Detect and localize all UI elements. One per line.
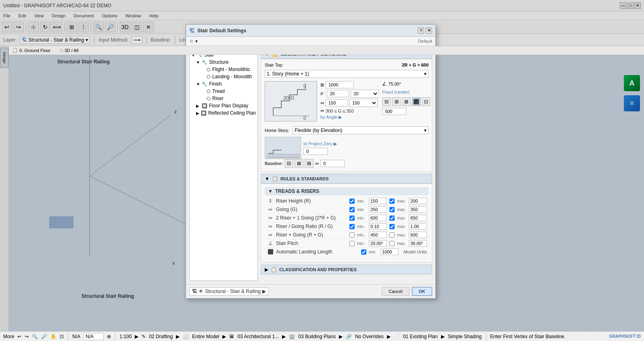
tree-toggle-floor-plan[interactable]: ▶ — [196, 104, 202, 108]
stair-pitch-min-check[interactable] — [349, 241, 355, 246]
2r1g-min-input[interactable] — [369, 215, 387, 221]
model-arrow[interactable]: ▶ — [222, 334, 226, 339]
going-select[interactable]: 150 — [349, 99, 378, 107]
rg-ratio-min-check[interactable] — [349, 224, 355, 229]
dialog-close-button[interactable]: ✕ — [426, 27, 432, 34]
riser-height-max-check[interactable] — [389, 199, 395, 204]
stair-pitch-max-input[interactable] — [409, 240, 427, 247]
r-plus-g-max-input[interactable] — [409, 232, 427, 238]
2r1g-min-check[interactable] — [349, 215, 355, 221]
rules-header[interactable]: ▼ 📋 RULES & STANDARDS — [261, 174, 432, 184]
eye-icon: 👁 — [199, 289, 203, 294]
extra-btn-3[interactable]: ⊠ — [402, 97, 411, 106]
extra-btn-2[interactable]: ⊞ — [392, 97, 401, 106]
home-story-dropdown[interactable]: Flexible (by Elevation) ▾ — [293, 126, 429, 134]
going-min-check[interactable] — [349, 207, 355, 212]
track-icon[interactable]: ⊕ — [107, 334, 111, 339]
auto-landing-min-check[interactable] — [361, 249, 366, 255]
scale-value: 1:100 — [119, 334, 132, 339]
2r1g-max-check[interactable] — [389, 215, 395, 221]
pan-icon[interactable]: ✋ — [50, 334, 56, 339]
drafting-arrow[interactable]: ▶ — [176, 334, 180, 339]
tree-toggle-finish[interactable]: ▼ — [196, 82, 202, 86]
redo-icon[interactable]: ↪ — [25, 334, 29, 339]
tree-item-structure[interactable]: ▼ 🔧 Structure — [190, 59, 257, 66]
dialog-footer-left: 🏗 👁 Structural - Stair & Railing ▶ — [189, 287, 269, 295]
scale-arrow[interactable]: ▶ — [135, 334, 138, 339]
favorite-btn[interactable]: ☆ ▾ — [189, 38, 198, 44]
tree-item-tread[interactable]: ⬡ Tread — [190, 88, 257, 95]
tree-item-landing-mono[interactable]: ⬡ Landing - Monolith — [190, 73, 257, 80]
baseline-btn-3[interactable]: ⊞ — [305, 159, 314, 168]
baseline-btn-2[interactable]: ⊠ — [295, 159, 303, 168]
riser-height-min-check[interactable] — [349, 199, 355, 204]
home-story-value: Flexible (by Elevation) — [295, 128, 342, 133]
riser-height-max-input[interactable] — [409, 198, 427, 204]
rg-ratio-max-input[interactable] — [409, 223, 427, 230]
tree-item-floor-plan[interactable]: ▶ 🔲 Floor Plan Display — [190, 102, 257, 109]
structural-tag[interactable]: 🏗 👁 Structural - Stair & Railing ▶ — [189, 287, 269, 295]
default-label: Default — [418, 39, 432, 44]
plan-value: 01 Existing Plan — [403, 334, 438, 339]
fixed-center-link[interactable]: Fixed (center) — [382, 90, 410, 94]
r-plus-g-icon: ⇔ — [266, 232, 274, 238]
r-plus-g-min-check[interactable] — [349, 232, 355, 238]
stair-pitch-min-input[interactable] — [369, 240, 387, 247]
undo-icon[interactable]: ↩ — [17, 334, 21, 339]
going-max-input[interactable] — [409, 206, 427, 213]
risers-field[interactable]: 20 — [327, 90, 349, 97]
rg-ratio-min-input[interactable] — [369, 223, 387, 230]
building-arrow[interactable]: ▶ — [339, 334, 343, 339]
width-field[interactable]: 1000 — [326, 81, 354, 88]
tree-item-reflected[interactable]: ▶ 🔲 Reflected Ceiling Plan — [190, 109, 257, 117]
extra-field[interactable]: 500 — [382, 108, 406, 115]
auto-landing-min-input[interactable] — [381, 249, 399, 255]
going-field[interactable]: 150 — [326, 99, 348, 107]
going-min-input[interactable] — [369, 206, 387, 213]
plan-arrow1[interactable]: ▶ — [387, 334, 391, 339]
stair-svg: 0 3000 0 — [265, 82, 318, 122]
extra-btn-4[interactable]: ⬛ — [412, 97, 421, 106]
cancel-button[interactable]: Cancel — [382, 287, 409, 296]
extra-btn-1[interactable]: ⊟ — [382, 97, 391, 106]
dialog-title: Stair Default Settings — [197, 28, 415, 33]
floor-breadcrumb[interactable]: 📋 0. Ground Floor — [12, 48, 50, 53]
risers-select[interactable]: 20 — [351, 90, 379, 98]
view-breadcrumb[interactable]: □ 3D / All — [60, 48, 79, 53]
2r1g-max-input[interactable] — [409, 215, 427, 221]
tree-toggle-structure[interactable]: ▼ — [196, 60, 202, 65]
riser-height-min-input[interactable] — [369, 198, 387, 204]
plan-arrow2[interactable]: ▶ — [441, 334, 445, 339]
baseline-btn-1[interactable]: ⊟ — [284, 159, 293, 168]
by-angle-link[interactable]: by Angle ▶ — [320, 115, 342, 120]
fit-icon[interactable]: ⊡ — [60, 334, 64, 339]
rules-row-rg-ratio: ⇔ Riser / Going Ratio (R / G) min. max. — [265, 222, 429, 231]
tree-item-flight-mono[interactable]: ⬡ Flight - Monolithic — [190, 66, 257, 73]
treads-risers-header[interactable]: ▼ TREADS & RISERS — [265, 187, 429, 195]
ok-button[interactable]: OK — [412, 287, 433, 296]
landing-icon: ⬡ — [207, 74, 211, 79]
arch-arrow[interactable]: ▶ — [282, 334, 286, 339]
more-button[interactable]: More — [3, 334, 14, 339]
tree-item-finish[interactable]: ▼ 🔧 Finish — [190, 80, 257, 88]
tree-toggle-reflected[interactable]: ▶ — [196, 111, 201, 115]
stair-top-dropdown[interactable]: 1. Story (Home + 1) ▾ — [265, 70, 429, 78]
zoom-out-status[interactable]: 🔎 — [41, 334, 47, 339]
coord-input[interactable]: N/A — [84, 333, 104, 340]
r-plus-g-min-input[interactable] — [369, 232, 387, 238]
rg-ratio-max-check[interactable] — [389, 224, 395, 229]
to-project-zero-link[interactable]: to Project Zero ▶ — [303, 141, 337, 146]
baseline-field[interactable]: 0 — [320, 160, 345, 167]
extra-btn-5[interactable]: ⊡ — [422, 97, 431, 106]
zoom-in-status[interactable]: 🔍 — [32, 334, 38, 339]
arch-value: 03 Architectural 1... — [237, 334, 279, 339]
angle-row: ∠ 75.00° — [382, 81, 431, 87]
going-max-check[interactable] — [389, 207, 395, 212]
classification-header[interactable]: ▶ 📋 CLASSIFICATION AND PROPERTIES — [261, 265, 432, 274]
r-plus-g-max-check[interactable] — [389, 232, 395, 238]
project-offset-field[interactable]: 0 — [303, 148, 328, 155]
floor-label: 0. Ground Floor — [19, 48, 50, 53]
stair-pitch-max-check[interactable] — [389, 241, 395, 246]
tree-item-riser[interactable]: ⬡ Riser — [190, 95, 257, 102]
dialog-help-button[interactable]: ? — [418, 27, 424, 34]
